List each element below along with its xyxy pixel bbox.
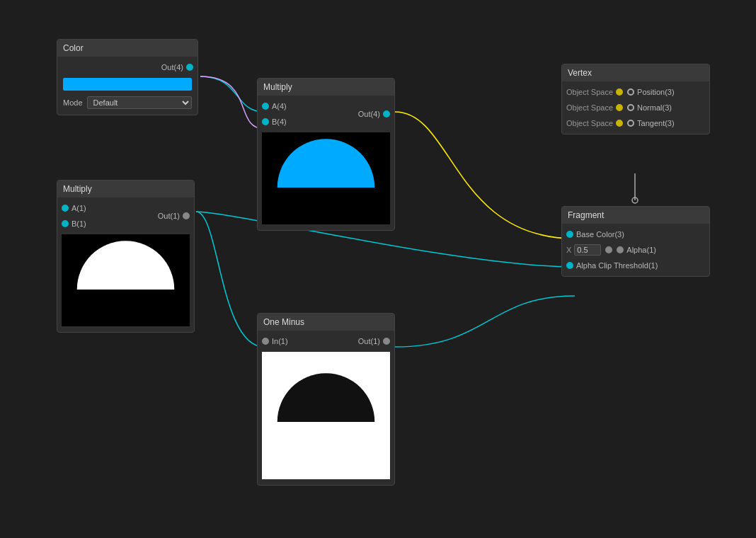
multiply-left-out-port[interactable] (183, 212, 190, 219)
multiply-top-b-label: B(4) (272, 118, 287, 126)
multiply-node-left: Multiply A(1) B(1) Out(1) (57, 180, 195, 333)
multiply-top-canvas (262, 132, 390, 224)
svg-point-1 (632, 198, 638, 203)
vertex-tangent-in-port[interactable] (616, 120, 623, 127)
multiply-left-a-label: A(1) (71, 204, 86, 212)
vertex-header: Vertex (562, 64, 709, 81)
multiply-left-out-label: Out(1) (158, 212, 180, 220)
multiply-node-top: Multiply A(4) B(4) Out(4) (257, 78, 395, 231)
vertex-position-out-port[interactable] (627, 88, 634, 96)
oneminus-in-row: In(1) (258, 333, 358, 349)
fragment-basecolor-label: Base Color(3) (576, 230, 624, 239)
vertex-normal-row: Object Space Normal(3) (562, 100, 709, 115)
color-mode-label: Mode (63, 98, 83, 107)
multiply-top-a-port[interactable] (262, 103, 269, 110)
multiply-left-title: Multiply (63, 184, 92, 194)
fragment-clip-label: Alpha Clip Threshold(1) (576, 261, 658, 270)
oneminus-header: One Minus (258, 314, 394, 331)
multiply-left-preview (62, 234, 190, 326)
fragment-clip-row: Alpha Clip Threshold(1) (562, 258, 709, 273)
multiply-left-a-port[interactable] (62, 205, 69, 212)
vertex-node: Vertex Object Space Position(3) Object S… (561, 64, 710, 134)
oneminus-title: One Minus (263, 317, 304, 327)
vertex-title: Vertex (568, 68, 592, 78)
vertex-body: Object Space Position(3) Object Space No… (562, 81, 709, 134)
multiply-top-preview (262, 132, 390, 224)
color-node-title: Color (63, 43, 84, 53)
oneminus-in-port[interactable] (262, 338, 269, 345)
vertex-normal-out-port[interactable] (627, 104, 634, 111)
color-swatch[interactable] (63, 78, 192, 91)
color-node-body: Out(4) Mode Default (57, 57, 197, 115)
vertex-tangent-label: Tangent(3) (637, 119, 675, 127)
multiply-top-a-label: A(4) (272, 102, 287, 110)
fragment-clip-port[interactable] (566, 262, 573, 269)
multiply-left-canvas (62, 234, 190, 326)
vertex-position-row: Object Space Position(3) (562, 84, 709, 100)
fragment-body: Base Color(3) X Alpha(1) Alpha Clip Thre… (562, 224, 709, 276)
fragment-title: Fragment (568, 210, 604, 220)
multiply-left-b-port[interactable] (62, 220, 69, 227)
oneminus-node: One Minus In(1) Out(1) (257, 313, 395, 486)
multiply-top-out-label: Out(4) (358, 110, 380, 118)
vertex-normal-label: Normal(3) (637, 103, 672, 112)
fragment-node: Fragment Base Color(3) X Alpha(1) Alpha … (561, 206, 710, 277)
multiply-left-b-label: B(1) (71, 219, 86, 228)
vertex-tangent-row: Object Space Tangent(3) (562, 115, 709, 131)
color-mode-row: Mode Default (57, 93, 197, 112)
color-node: Color Out(4) Mode Default (57, 39, 198, 115)
multiply-top-body: A(4) B(4) Out(4) (258, 96, 394, 230)
multiply-top-a-row: A(4) (258, 98, 358, 114)
multiply-left-b-row: B(1) (57, 216, 158, 231)
color-out-row: Out(4) (57, 59, 197, 75)
multiply-top-b-row: B(4) (258, 114, 358, 130)
multiply-top-b-port[interactable] (262, 118, 269, 125)
fragment-alpha-x-label: X (566, 246, 571, 254)
multiply-left-header: Multiply (57, 181, 194, 198)
oneminus-out-label: Out(1) (358, 337, 380, 345)
fragment-alpha-row: X Alpha(1) (562, 242, 709, 258)
fragment-alpha-label: Alpha(1) (626, 246, 656, 254)
color-mode-select[interactable]: Default (87, 96, 192, 109)
vertex-tangent-out-port[interactable] (627, 120, 634, 127)
oneminus-preview (262, 352, 390, 479)
multiply-top-title: Multiply (263, 82, 292, 92)
color-out-port[interactable] (186, 64, 193, 71)
vertex-position-label: Position(3) (637, 88, 675, 96)
vertex-position-in-port[interactable] (616, 88, 623, 96)
color-node-header: Color (57, 40, 197, 57)
vertex-normal-space-label: Object Space (566, 103, 613, 112)
oneminus-out-port[interactable] (383, 338, 390, 345)
oneminus-canvas (262, 352, 390, 479)
fragment-basecolor-port[interactable] (566, 231, 573, 238)
multiply-left-body: A(1) B(1) Out(1) (57, 198, 194, 332)
fragment-alpha-input[interactable] (574, 244, 601, 256)
multiply-left-a-row: A(1) (57, 200, 158, 216)
vertex-normal-in-port[interactable] (616, 104, 623, 111)
multiply-top-header: Multiply (258, 79, 394, 96)
color-out-label: Out(4) (161, 63, 183, 71)
fragment-alpha-out-port[interactable] (617, 246, 624, 253)
vertex-tangent-space-label: Object Space (566, 119, 613, 127)
fragment-alpha-in-port[interactable] (605, 246, 612, 253)
vertex-position-space-label: Object Space (566, 88, 613, 96)
oneminus-in-label: In(1) (272, 337, 288, 345)
oneminus-body: In(1) Out(1) (258, 331, 394, 485)
fragment-header: Fragment (562, 207, 709, 224)
multiply-top-out-port[interactable] (383, 110, 390, 118)
fragment-basecolor-row: Base Color(3) (562, 227, 709, 242)
